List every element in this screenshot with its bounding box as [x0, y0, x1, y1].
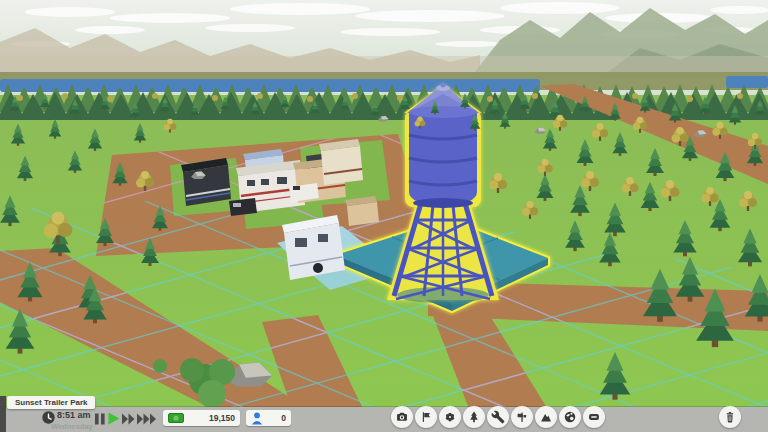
delete-button[interactable]	[719, 406, 741, 428]
panel-edge	[0, 396, 6, 432]
trash-icon	[723, 410, 737, 424]
game-viewport[interactable]	[0, 0, 768, 432]
game-screen: Sunset Trailer Park 8:51 am Wednesday 19…	[0, 0, 768, 432]
caravan[interactable]	[282, 215, 345, 280]
dark-car[interactable]	[229, 198, 257, 216]
money-display: 19,150	[163, 410, 240, 426]
money-value: 19,150	[184, 413, 240, 423]
park-name-tab[interactable]: Sunset Trailer Park	[7, 396, 95, 409]
population-icon	[251, 412, 263, 425]
population-value: 0	[263, 413, 291, 423]
terrain-button[interactable]	[535, 406, 557, 428]
camera-button[interactable]	[391, 406, 413, 428]
flag-icon	[419, 410, 433, 424]
money-icon	[168, 413, 184, 423]
signpost-icon	[515, 410, 529, 424]
pine-tree-icon	[467, 410, 481, 424]
signs-button[interactable]	[511, 406, 533, 428]
utilities-button[interactable]	[487, 406, 509, 428]
camera-icon	[395, 410, 409, 424]
black-rv[interactable]	[181, 158, 231, 206]
fastest-button[interactable]	[137, 411, 156, 429]
fast-forward-button[interactable]	[122, 411, 135, 429]
globe-icon	[563, 410, 577, 424]
build-toolbar	[391, 406, 605, 428]
decorations-button[interactable]	[439, 406, 461, 428]
trailers-button[interactable]	[583, 406, 605, 428]
clock-time: 8:51 am	[57, 410, 91, 420]
flower-icon	[443, 410, 457, 424]
wrench-icon	[491, 410, 505, 424]
population-display: 0	[246, 410, 291, 426]
cream-rv[interactable]	[319, 139, 363, 185]
mountain-icon	[539, 410, 553, 424]
flag-button[interactable]	[415, 406, 437, 428]
small-tan-trailer[interactable]	[345, 196, 379, 226]
world-button[interactable]	[559, 406, 581, 428]
trees-button[interactable]	[463, 406, 485, 428]
pause-button[interactable]	[95, 411, 105, 429]
caravan-icon	[587, 410, 601, 424]
play-button[interactable]	[108, 411, 120, 429]
